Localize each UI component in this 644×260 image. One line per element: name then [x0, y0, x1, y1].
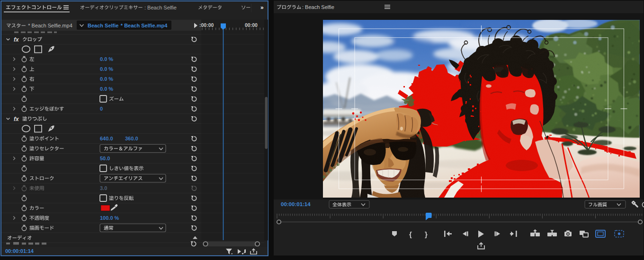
svg-text:100.0 %: 100.0 % [100, 215, 119, 221]
svg-text:00:00:01:14: 00:00:01:14 [5, 248, 34, 254]
svg-text:0.0 %: 0.0 % [100, 66, 113, 72]
svg-text:0.0 %: 0.0 % [100, 56, 113, 62]
svg-text:360.0: 360.0 [125, 136, 138, 141]
svg-text:50.0: 50.0 [100, 156, 110, 161]
svg-text:* Beach Selfie.mp4: * Beach Selfie.mp4 [27, 23, 72, 28]
svg-text:fx: fx [14, 116, 19, 122]
svg-text:640.0: 640.0 [100, 136, 113, 141]
svg-text:3.0: 3.0 [100, 185, 107, 191]
svg-text:Beach Selfie * Beach Selfie.m: Beach Selfie * Beach Selfie.mp4 [88, 23, 168, 28]
svg-text:0.0 %: 0.0 % [100, 76, 113, 82]
svg-text:: Beach Selfie: : Beach Selfie [302, 4, 334, 10]
svg-text:»: » [260, 4, 264, 11]
svg-text:}: } [425, 230, 428, 238]
svg-text::00:00: :00:00 [199, 22, 214, 28]
svg-text:0.0 %: 0.0 % [100, 86, 113, 92]
svg-text:: Beach Selfie: : Beach Selfie [144, 5, 177, 10]
svg-text:{: { [409, 230, 412, 238]
svg-text:0: 0 [100, 106, 103, 112]
svg-text:00:00: 00:00 [245, 22, 258, 28]
svg-text:00:00:01:14: 00:00:01:14 [281, 201, 311, 207]
svg-text:fx: fx [14, 36, 19, 43]
